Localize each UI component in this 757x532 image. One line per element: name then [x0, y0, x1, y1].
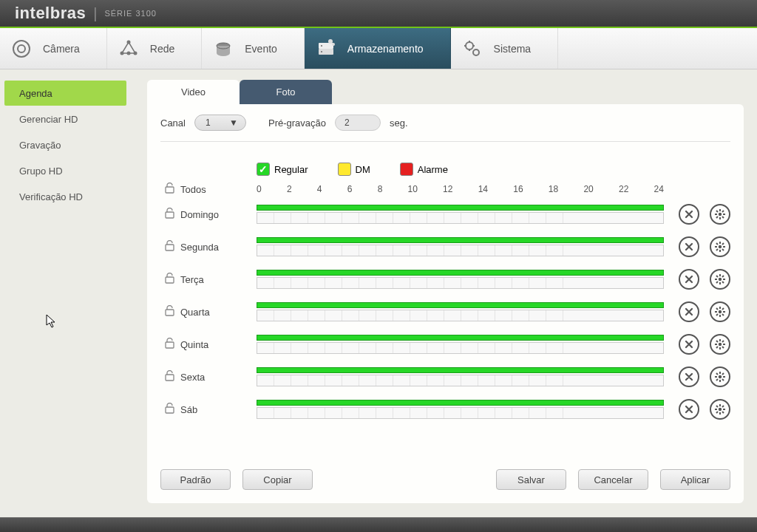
hour-labels: 0 2 4 6 8 10 12 14 16 18 20 22 24: [257, 184, 664, 194]
schedule-grid[interactable]: [257, 277, 664, 289]
pregrav-input[interactable]: 2: [335, 115, 381, 131]
legend-regular[interactable]: ✓ Regular: [257, 163, 308, 176]
sidebar-label: Gerenciar HD: [19, 114, 78, 125]
schedule-grid[interactable]: [257, 375, 664, 386]
nav-camera[interactable]: Câmera: [0, 28, 107, 69]
sidebar-item-gravacao[interactable]: Gravação: [4, 132, 126, 157]
nav-storage[interactable]: Armazenamento: [305, 28, 451, 69]
sidebar-label: Grupo HD: [19, 166, 63, 177]
day-row: Segunda: [160, 231, 730, 263]
cancelar-button[interactable]: Cancelar: [578, 469, 648, 490]
day-row: Domingo: [160, 198, 730, 231]
svg-line-26: [716, 216, 718, 218]
svg-line-73: [716, 373, 718, 375]
sidebar-item-agenda[interactable]: Agenda: [4, 81, 126, 106]
all-days-label: Todos: [180, 184, 206, 195]
schedule-grid[interactable]: [257, 310, 664, 321]
delete-button[interactable]: [679, 301, 699, 322]
settings-button[interactable]: [710, 236, 730, 257]
btn-label: Copiar: [263, 474, 291, 485]
lock-icon[interactable]: [165, 338, 174, 351]
nav-event[interactable]: Evento: [202, 28, 305, 69]
schedule-bar[interactable]: [257, 205, 664, 224]
brand-logo: intelbras: [15, 4, 86, 23]
btn-label: Cancelar: [594, 474, 632, 485]
svg-rect-47: [166, 310, 174, 316]
lock-icon[interactable]: [165, 240, 174, 253]
settings-button[interactable]: [710, 366, 730, 387]
schedule-bar[interactable]: [257, 270, 664, 289]
network-icon: [118, 38, 140, 59]
nav-network[interactable]: Rede: [107, 28, 202, 69]
svg-point-58: [719, 343, 722, 346]
svg-line-35: [722, 243, 724, 245]
day-label: Terça: [180, 274, 204, 285]
topbar: intelbras | SÉRIE 3100: [0, 0, 757, 28]
svg-point-2: [120, 51, 123, 55]
schedule-grid[interactable]: [257, 245, 664, 256]
nav-system[interactable]: Sistema: [451, 28, 559, 69]
sidebar-item-gerenciar-hd[interactable]: Gerenciar HD: [4, 106, 126, 132]
schedule-grid[interactable]: [257, 407, 664, 419]
delete-button[interactable]: [679, 269, 699, 290]
settings-button[interactable]: [710, 334, 730, 355]
legend-alarme[interactable]: Alarme: [400, 163, 448, 176]
lock-icon[interactable]: [165, 403, 174, 416]
settings-button[interactable]: [710, 204, 730, 225]
canal-value: 1: [206, 117, 211, 128]
delete-button[interactable]: [679, 399, 699, 420]
svg-line-34: [722, 249, 724, 250]
schedule-bar[interactable]: [257, 302, 664, 321]
settings-button[interactable]: [710, 399, 730, 420]
storage-icon: [315, 38, 337, 59]
delete-button[interactable]: [679, 236, 699, 257]
main-nav: Câmera Rede Evento Armazenamento Sistema: [0, 28, 757, 69]
hour-tick: 2: [287, 184, 292, 194]
nav-label: Evento: [245, 43, 277, 55]
btn-label: Salvar: [517, 474, 545, 485]
svg-rect-27: [166, 245, 174, 250]
aplicar-button[interactable]: Aplicar: [660, 469, 730, 490]
schedule-fill-regular: [257, 270, 664, 276]
svg-point-12: [328, 39, 333, 44]
btn-label: Padrão: [180, 474, 211, 485]
svg-rect-16: [166, 187, 174, 193]
lock-icon[interactable]: [165, 208, 174, 221]
delete-button[interactable]: [679, 334, 699, 355]
tab-video[interactable]: Video: [147, 80, 240, 104]
lock-icon[interactable]: [165, 305, 174, 318]
sidebar-item-grupo-hd[interactable]: Grupo HD: [4, 158, 126, 183]
chevron-down-icon: ▼: [229, 117, 238, 128]
schedule-fill-regular: [257, 335, 664, 341]
lock-icon[interactable]: [165, 273, 174, 286]
svg-line-86: [716, 412, 718, 413]
settings-button[interactable]: [710, 269, 730, 290]
salvar-button[interactable]: Salvar: [496, 469, 566, 490]
tab-foto[interactable]: Foto: [240, 80, 332, 104]
checkbox-alarme[interactable]: [400, 163, 413, 176]
delete-button[interactable]: [679, 366, 699, 387]
legend-label: Alarme: [418, 164, 448, 175]
nav-label: Sistema: [494, 43, 532, 55]
schedule-bar[interactable]: [257, 367, 664, 386]
settings-button[interactable]: [710, 301, 730, 322]
checkbox-dm[interactable]: [338, 163, 351, 176]
lock-icon[interactable]: [165, 370, 174, 383]
svg-line-66: [716, 347, 718, 348]
schedule-bar[interactable]: [257, 237, 664, 256]
schedule-grid[interactable]: [257, 342, 664, 354]
copiar-button[interactable]: Copiar: [242, 469, 313, 490]
schedule-grid[interactable]: [257, 212, 664, 224]
padrao-button[interactable]: Padrão: [160, 469, 231, 490]
svg-line-63: [716, 341, 718, 342]
lock-icon[interactable]: [165, 183, 174, 196]
legend-dm[interactable]: DM: [338, 163, 370, 176]
canal-select[interactable]: 1 ▼: [194, 115, 246, 131]
sidebar-item-verificacao-hd[interactable]: Verificação HD: [4, 184, 126, 209]
checkbox-regular[interactable]: ✓: [257, 163, 270, 176]
schedule-bar[interactable]: [257, 335, 664, 354]
delete-button[interactable]: [679, 204, 699, 225]
svg-line-24: [722, 216, 724, 218]
check-icon: ✓: [259, 163, 268, 175]
schedule-bar[interactable]: [257, 400, 664, 419]
